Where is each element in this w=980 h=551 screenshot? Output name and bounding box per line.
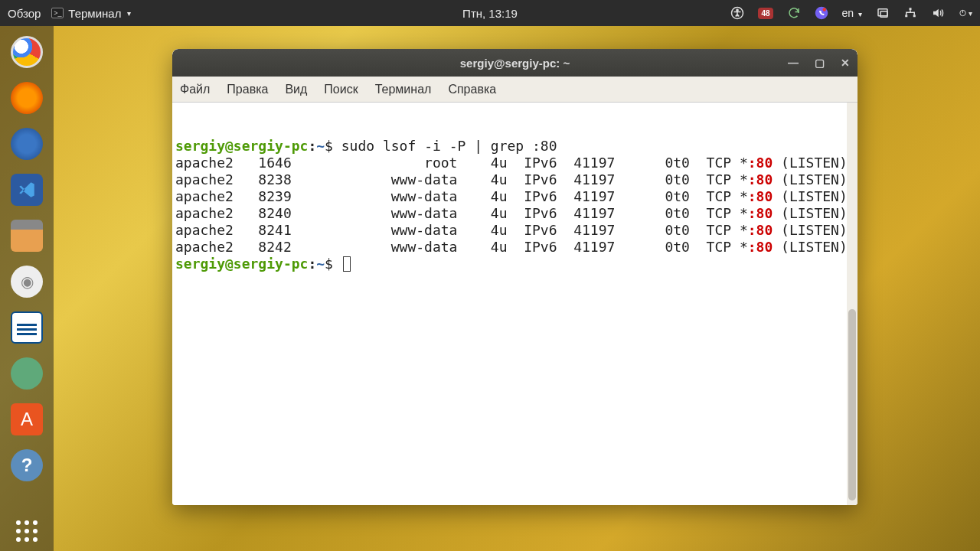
writer-icon <box>11 311 43 344</box>
app-menu[interactable]: >_ Терминал ▾ <box>51 7 131 20</box>
volume-icon[interactable] <box>931 6 945 20</box>
output-row: apache2 8242 www-data 4u IPv6 41197 0t0 … <box>175 239 854 256</box>
show-applications[interactable] <box>16 520 38 542</box>
top-panel-right: 48 en ▾ ▾ <box>730 6 972 20</box>
svg-rect-4 <box>878 9 887 16</box>
viber-icon[interactable] <box>815 6 828 20</box>
output-row: apache2 8241 www-data 4u IPv6 41197 0t0 … <box>175 222 854 239</box>
window-title: sergiy@sergiy-pc: ~ <box>460 57 570 70</box>
terminal-window: sergiy@sergiy-pc: ~ — ▢ ✕ Файл Правка Ви… <box>172 49 858 505</box>
svg-rect-6 <box>910 8 912 10</box>
cursor <box>343 256 351 272</box>
dock-vscode[interactable] <box>8 171 45 208</box>
atom-icon <box>11 357 43 390</box>
minimize-button[interactable]: — <box>787 57 799 69</box>
top-panel-left: Обзор >_ Терминал ▾ <box>8 7 131 20</box>
dock-files[interactable] <box>8 217 45 254</box>
dock-thunderbird[interactable] <box>8 126 45 162</box>
output-row: apache2 8240 www-data 4u IPv6 41197 0t0 … <box>175 205 854 222</box>
close-button[interactable]: ✕ <box>839 57 851 69</box>
menu-search[interactable]: Поиск <box>324 83 358 96</box>
dock-rhythmbox[interactable]: ◉ <box>8 263 45 300</box>
dock-firefox[interactable] <box>8 80 45 116</box>
dock-chrome[interactable] <box>8 34 45 70</box>
firefox-icon <box>11 82 43 114</box>
prompt-line: sergiy@sergiy-pc:~$ sudo lsof -i -P | gr… <box>175 138 854 155</box>
window-controls: — ▢ ✕ <box>787 57 851 69</box>
sync-icon[interactable] <box>787 6 801 20</box>
screen-icon[interactable] <box>876 6 890 20</box>
svg-point-3 <box>822 8 826 11</box>
terminal-output[interactable]: sergiy@sergiy-pc:~$ sudo lsof -i -P | gr… <box>172 103 858 505</box>
app-menu-label: Терминал <box>68 7 121 20</box>
speaker-icon: ◉ <box>11 266 43 298</box>
update-badge[interactable]: 48 <box>758 8 773 19</box>
terminal-icon: >_ <box>51 8 64 18</box>
menu-file[interactable]: Файл <box>180 83 210 96</box>
activities-button[interactable]: Обзор <box>8 7 41 20</box>
help-icon: ? <box>11 449 43 481</box>
svg-rect-7 <box>905 15 907 17</box>
output-row: apache2 8238 www-data 4u IPv6 41197 0t0 … <box>175 171 854 188</box>
maximize-button[interactable]: ▢ <box>813 57 825 69</box>
keyboard-layout[interactable]: en ▾ <box>842 7 862 19</box>
output-row: apache2 8239 www-data 4u IPv6 41197 0t0 … <box>175 188 854 205</box>
files-icon <box>11 220 43 252</box>
vscode-icon <box>11 174 43 206</box>
thunderbird-icon <box>11 128 43 160</box>
menu-edit[interactable]: Правка <box>227 83 268 96</box>
scrollbar-thumb[interactable] <box>848 309 856 500</box>
keyboard-layout-label: en <box>842 7 854 19</box>
dock-software[interactable]: A <box>8 401 45 438</box>
svg-point-1 <box>737 9 738 11</box>
network-icon[interactable] <box>903 6 917 20</box>
prompt-line: sergiy@sergiy-pc:~$ <box>175 256 854 272</box>
terminal-menubar: Файл Правка Вид Поиск Терминал Справка <box>172 77 858 103</box>
svg-rect-8 <box>913 15 916 17</box>
dock: ◉ A ? <box>0 26 54 551</box>
dock-help[interactable]: ? <box>8 447 45 484</box>
chevron-down-icon: ▾ <box>127 9 131 18</box>
power-icon[interactable]: ▾ <box>959 6 972 20</box>
menu-terminal[interactable]: Терминал <box>375 83 432 96</box>
menu-view[interactable]: Вид <box>285 83 307 96</box>
menu-help[interactable]: Справка <box>448 83 496 96</box>
shopping-bag-icon: A <box>11 403 43 435</box>
top-panel: Обзор >_ Терминал ▾ Птн, 13:19 48 en ▾ <box>0 0 980 26</box>
dock-writer[interactable] <box>8 309 45 346</box>
chrome-icon <box>11 36 43 68</box>
command-text: sudo lsof -i -P | grep :80 <box>341 138 557 154</box>
accessibility-icon[interactable] <box>730 6 744 20</box>
dock-atom[interactable] <box>8 355 45 392</box>
window-titlebar[interactable]: sergiy@sergiy-pc: ~ — ▢ ✕ <box>172 49 858 77</box>
clock[interactable]: Птн, 13:19 <box>462 7 518 20</box>
chevron-down-icon: ▾ <box>858 10 862 18</box>
output-row: apache2 1646 root 4u IPv6 41197 0t0 TCP … <box>175 155 854 171</box>
scrollbar-track[interactable] <box>847 103 858 505</box>
chevron-down-icon: ▾ <box>969 9 972 18</box>
